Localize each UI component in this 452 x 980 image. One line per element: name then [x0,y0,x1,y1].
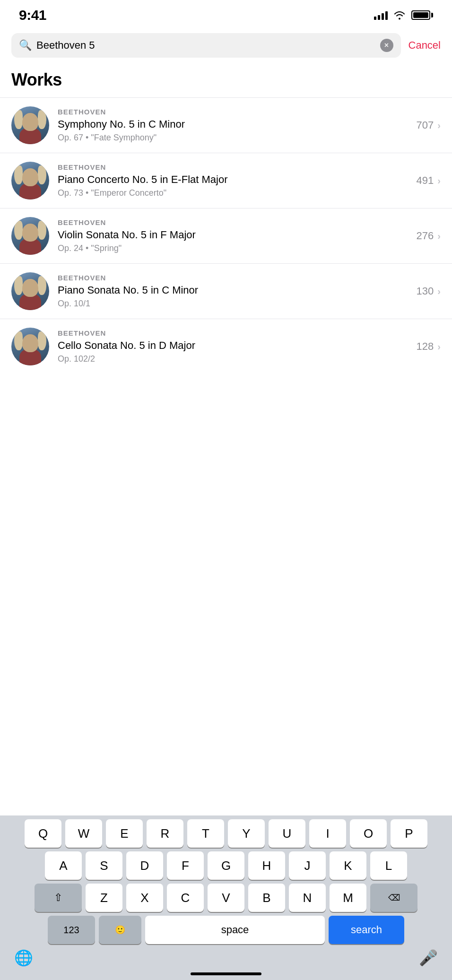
key-u[interactable]: U [269,819,305,848]
composer-label: BEETHOVEN [58,274,408,282]
avatar [11,162,49,199]
key-b[interactable]: B [248,884,285,912]
numbers-key[interactable]: 123 [48,916,95,944]
keyboard-row-3: ⇧ Z X C V B N M ⌫ [0,880,452,912]
avatar [11,217,49,255]
work-subtitle: Op. 24 • "Spring" [58,243,408,253]
key-f[interactable]: F [167,851,204,880]
work-count-container: 130 › [417,285,441,297]
chevron-right-icon: › [437,175,441,186]
key-i[interactable]: I [309,819,346,848]
key-k[interactable]: K [330,851,366,880]
list-item[interactable]: BEETHOVEN Symphony No. 5 in C Minor Op. … [0,97,452,153]
status-bar: 9:41 [0,0,452,28]
status-time: 9:41 [19,7,46,23]
work-count-container: 128 › [417,340,441,353]
work-title: Piano Concerto No. 5 in E-Flat Major [58,173,408,187]
chevron-right-icon: › [437,231,441,242]
key-h[interactable]: H [248,851,285,880]
key-z[interactable]: Z [86,884,122,912]
list-item[interactable]: BEETHOVEN Cello Sonata No. 5 in D Major … [0,319,452,374]
space-key[interactable]: space [145,916,325,944]
keyboard: Q W E R T Y U I O P A S D F G H J K L ⇧ … [0,815,452,980]
keyboard-row-1: Q W E R T Y U I O P [0,815,452,848]
avatar [11,328,49,365]
works-list: BEETHOVEN Symphony No. 5 in C Minor Op. … [0,97,452,374]
work-info: BEETHOVEN Cello Sonata No. 5 in D Major … [58,329,408,364]
work-info: BEETHOVEN Violin Sonata No. 5 in F Major… [58,218,408,254]
key-e[interactable]: E [106,819,143,848]
cancel-button[interactable]: Cancel [409,39,441,52]
wifi-icon [393,10,406,20]
key-x[interactable]: X [126,884,163,912]
chevron-right-icon: › [437,120,441,131]
search-bar-container: 🔍 × Cancel [0,28,452,65]
work-subtitle: Op. 10/1 [58,299,408,309]
avatar [11,272,49,310]
key-m[interactable]: M [330,884,366,912]
key-q[interactable]: Q [25,819,61,848]
search-input-wrapper[interactable]: 🔍 × [11,33,401,58]
search-key[interactable]: search [329,916,404,944]
key-w[interactable]: W [65,819,102,848]
avatar [11,106,49,144]
list-item[interactable]: BEETHOVEN Piano Sonata No. 5 in C Minor … [0,263,452,319]
shift-key[interactable]: ⇧ [35,884,82,912]
key-s[interactable]: S [86,851,122,880]
section-title: Works [11,70,441,90]
list-item[interactable]: BEETHOVEN Piano Concerto No. 5 in E-Flat… [0,153,452,208]
chevron-right-icon: › [437,341,441,352]
keyboard-row-2: A S D F G H J K L [0,848,452,880]
work-count-container: 707 › [417,119,441,131]
work-subtitle: Op. 67 • "Fate Symphony" [58,133,408,143]
home-indicator [0,970,452,980]
battery-icon [411,10,433,20]
globe-icon[interactable]: 🌐 [14,949,33,967]
composer-label: BEETHOVEN [58,218,408,226]
emoji-key[interactable]: 🙂 [99,916,141,944]
key-g[interactable]: G [208,851,244,880]
work-info: BEETHOVEN Symphony No. 5 in C Minor Op. … [58,108,408,143]
key-c[interactable]: C [167,884,204,912]
work-title: Cello Sonata No. 5 in D Major [58,339,408,353]
work-title: Symphony No. 5 in C Minor [58,118,408,131]
key-o[interactable]: O [350,819,387,848]
key-l[interactable]: L [370,851,407,880]
work-count: 130 [417,285,434,297]
composer-label: BEETHOVEN [58,163,408,171]
key-v[interactable]: V [208,884,244,912]
key-p[interactable]: P [391,819,427,848]
clear-button[interactable]: × [380,39,393,52]
composer-label: BEETHOVEN [58,108,408,116]
work-count: 491 [417,174,434,187]
keyboard-row-4: 123 🙂 space search [0,912,452,944]
works-header: Works [0,65,452,97]
chevron-right-icon: › [437,286,441,297]
work-title: Violin Sonata No. 5 in F Major [58,228,408,242]
list-item[interactable]: BEETHOVEN Violin Sonata No. 5 in F Major… [0,208,452,263]
key-a[interactable]: A [45,851,82,880]
signal-icon [374,10,388,20]
work-count: 707 [417,119,434,131]
key-n[interactable]: N [289,884,326,912]
key-j[interactable]: J [289,851,326,880]
composer-label: BEETHOVEN [58,329,408,337]
work-count: 128 [417,340,434,353]
key-y[interactable]: Y [228,819,265,848]
microphone-icon[interactable]: 🎤 [419,949,438,967]
work-count-container: 276 › [417,230,441,242]
home-bar [191,972,261,975]
keyboard-bottom-row: 🌐 🎤 [0,944,452,970]
search-input[interactable] [36,39,375,52]
backspace-key[interactable]: ⌫ [370,884,417,912]
work-info: BEETHOVEN Piano Sonata No. 5 in C Minor … [58,274,408,309]
work-title: Piano Sonata No. 5 in C Minor [58,284,408,297]
work-subtitle: Op. 102/2 [58,354,408,364]
key-r[interactable]: R [147,819,183,848]
key-d[interactable]: D [126,851,163,880]
status-icons [374,10,433,20]
work-count: 276 [417,230,434,242]
work-count-container: 491 › [417,174,441,187]
work-subtitle: Op. 73 • "Emperor Concerto" [58,188,408,198]
key-t[interactable]: T [187,819,224,848]
